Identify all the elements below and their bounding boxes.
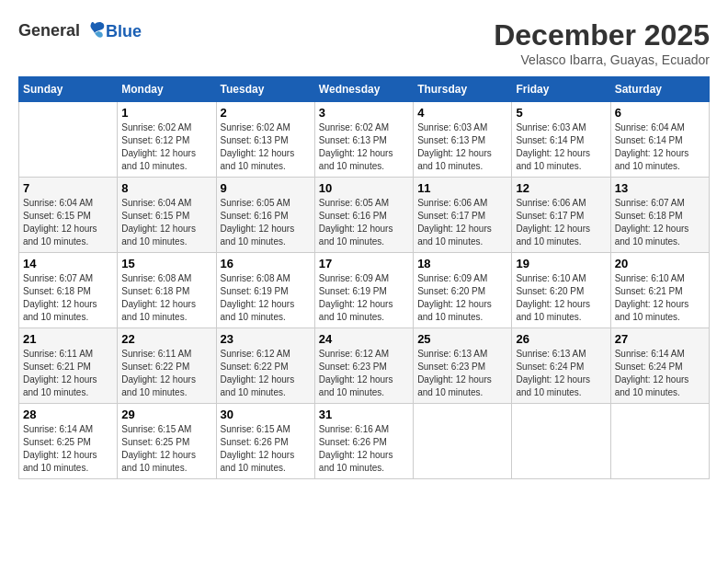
- calendar-cell: 30Sunrise: 6:15 AMSunset: 6:26 PMDayligh…: [216, 404, 314, 479]
- calendar-cell: 17Sunrise: 6:09 AMSunset: 6:19 PMDayligh…: [314, 253, 413, 328]
- day-number: 19: [516, 257, 606, 270]
- day-info: Sunrise: 6:04 AMSunset: 6:15 PMDaylight:…: [121, 197, 211, 248]
- calendar-cell: 9Sunrise: 6:05 AMSunset: 6:16 PMDaylight…: [216, 178, 314, 253]
- calendar-cell: 29Sunrise: 6:15 AMSunset: 6:25 PMDayligh…: [118, 404, 216, 479]
- day-of-week-header: Thursday: [414, 77, 512, 102]
- day-number: 26: [516, 332, 606, 346]
- calendar-cell: 20Sunrise: 6:10 AMSunset: 6:21 PMDayligh…: [610, 253, 709, 328]
- day-info: Sunrise: 6:11 AMSunset: 6:21 PMDaylight:…: [23, 348, 113, 399]
- day-info: Sunrise: 6:03 AMSunset: 6:13 PMDaylight:…: [417, 121, 507, 173]
- day-number: 13: [615, 181, 705, 195]
- day-number: 15: [121, 257, 211, 270]
- calendar-cell: 16Sunrise: 6:08 AMSunset: 6:19 PMDayligh…: [216, 253, 314, 328]
- calendar-cell: 23Sunrise: 6:12 AMSunset: 6:22 PMDayligh…: [216, 328, 314, 404]
- calendar-cell: 13Sunrise: 6:07 AMSunset: 6:18 PMDayligh…: [610, 178, 709, 253]
- day-number: 6: [615, 106, 705, 120]
- calendar-cell: 26Sunrise: 6:13 AMSunset: 6:24 PMDayligh…: [512, 328, 610, 404]
- calendar-cell: 21Sunrise: 6:11 AMSunset: 6:21 PMDayligh…: [19, 328, 118, 404]
- day-number: 7: [23, 181, 113, 195]
- day-info: Sunrise: 6:06 AMSunset: 6:17 PMDaylight:…: [417, 197, 507, 248]
- calendar-cell: 18Sunrise: 6:09 AMSunset: 6:20 PMDayligh…: [414, 253, 512, 328]
- calendar-cell: 22Sunrise: 6:11 AMSunset: 6:22 PMDayligh…: [118, 328, 216, 404]
- day-number: 18: [417, 257, 507, 270]
- calendar-cell: 1Sunrise: 6:02 AMSunset: 6:12 PMDaylight…: [118, 102, 216, 178]
- day-of-week-header: Saturday: [610, 77, 709, 102]
- calendar-cell: 19Sunrise: 6:10 AMSunset: 6:20 PMDayligh…: [512, 253, 610, 328]
- calendar-week-row: 28Sunrise: 6:14 AMSunset: 6:25 PMDayligh…: [19, 404, 710, 479]
- day-info: Sunrise: 6:10 AMSunset: 6:20 PMDaylight:…: [516, 272, 606, 324]
- day-info: Sunrise: 6:09 AMSunset: 6:19 PMDaylight:…: [319, 272, 409, 324]
- day-info: Sunrise: 6:06 AMSunset: 6:17 PMDaylight:…: [516, 197, 606, 248]
- day-info: Sunrise: 6:11 AMSunset: 6:22 PMDaylight:…: [121, 348, 211, 399]
- day-info: Sunrise: 6:02 AMSunset: 6:12 PMDaylight:…: [121, 121, 211, 173]
- day-info: Sunrise: 6:02 AMSunset: 6:13 PMDaylight:…: [221, 121, 311, 173]
- logo-general: General: [18, 21, 80, 40]
- day-of-week-header: Sunday: [19, 77, 118, 102]
- day-number: 1: [121, 106, 211, 120]
- day-number: 10: [319, 181, 409, 195]
- day-number: 27: [615, 332, 705, 346]
- day-info: Sunrise: 6:02 AMSunset: 6:13 PMDaylight:…: [319, 121, 409, 173]
- calendar-cell: 4Sunrise: 6:03 AMSunset: 6:13 PMDaylight…: [414, 102, 512, 178]
- calendar-cell: [414, 404, 512, 479]
- calendar-cell: 25Sunrise: 6:13 AMSunset: 6:23 PMDayligh…: [414, 328, 512, 404]
- calendar-week-row: 21Sunrise: 6:11 AMSunset: 6:21 PMDayligh…: [19, 328, 710, 404]
- calendar-cell: 3Sunrise: 6:02 AMSunset: 6:13 PMDaylight…: [314, 102, 413, 178]
- calendar-cell: [610, 404, 709, 479]
- calendar-cell: 8Sunrise: 6:04 AMSunset: 6:15 PMDaylight…: [118, 178, 216, 253]
- calendar-week-row: 1Sunrise: 6:02 AMSunset: 6:12 PMDaylight…: [19, 102, 710, 178]
- calendar-cell: 31Sunrise: 6:16 AMSunset: 6:26 PMDayligh…: [314, 404, 413, 479]
- calendar-cell: 12Sunrise: 6:06 AMSunset: 6:17 PMDayligh…: [512, 178, 610, 253]
- day-info: Sunrise: 6:16 AMSunset: 6:26 PMDaylight:…: [319, 423, 409, 475]
- calendar-cell: 15Sunrise: 6:08 AMSunset: 6:18 PMDayligh…: [118, 253, 216, 328]
- day-number: 9: [221, 181, 311, 195]
- day-number: 8: [121, 181, 211, 195]
- day-info: Sunrise: 6:03 AMSunset: 6:14 PMDaylight:…: [516, 121, 606, 173]
- calendar-table: SundayMondayTuesdayWednesdayThursdayFrid…: [18, 76, 710, 479]
- calendar-cell: 27Sunrise: 6:14 AMSunset: 6:24 PMDayligh…: [610, 328, 709, 404]
- day-number: 30: [221, 408, 311, 421]
- day-of-week-header: Tuesday: [216, 77, 314, 102]
- day-number: 12: [516, 181, 606, 195]
- calendar-week-row: 7Sunrise: 6:04 AMSunset: 6:15 PMDaylight…: [19, 178, 710, 253]
- calendar-cell: 11Sunrise: 6:06 AMSunset: 6:17 PMDayligh…: [414, 178, 512, 253]
- day-of-week-header: Wednesday: [314, 77, 413, 102]
- day-number: 29: [121, 408, 211, 421]
- day-number: 21: [23, 332, 113, 346]
- calendar-cell: 10Sunrise: 6:05 AMSunset: 6:16 PMDayligh…: [314, 178, 413, 253]
- day-info: Sunrise: 6:04 AMSunset: 6:14 PMDaylight:…: [615, 121, 705, 173]
- day-info: Sunrise: 6:15 AMSunset: 6:26 PMDaylight:…: [221, 423, 311, 475]
- day-number: 20: [615, 257, 705, 270]
- calendar-cell: 14Sunrise: 6:07 AMSunset: 6:18 PMDayligh…: [19, 253, 118, 328]
- day-of-week-header: Friday: [512, 77, 610, 102]
- day-of-week-header: Monday: [118, 77, 216, 102]
- calendar-cell: 24Sunrise: 6:12 AMSunset: 6:23 PMDayligh…: [314, 328, 413, 404]
- calendar-week-row: 14Sunrise: 6:07 AMSunset: 6:18 PMDayligh…: [19, 253, 710, 328]
- day-info: Sunrise: 6:07 AMSunset: 6:18 PMDaylight:…: [615, 197, 705, 248]
- day-info: Sunrise: 6:12 AMSunset: 6:23 PMDaylight:…: [319, 348, 409, 399]
- day-number: 16: [221, 257, 311, 270]
- logo: General Blue: [18, 18, 142, 44]
- calendar-cell: [19, 102, 118, 178]
- calendar-cell: 5Sunrise: 6:03 AMSunset: 6:14 PMDaylight…: [512, 102, 610, 178]
- day-number: 17: [319, 257, 409, 270]
- day-number: 2: [221, 106, 311, 120]
- day-info: Sunrise: 6:10 AMSunset: 6:21 PMDaylight:…: [615, 272, 705, 324]
- day-info: Sunrise: 6:15 AMSunset: 6:25 PMDaylight:…: [121, 423, 211, 475]
- day-info: Sunrise: 6:14 AMSunset: 6:24 PMDaylight:…: [615, 348, 705, 399]
- day-info: Sunrise: 6:13 AMSunset: 6:23 PMDaylight:…: [417, 348, 507, 399]
- day-number: 3: [319, 106, 409, 120]
- calendar-header-row: SundayMondayTuesdayWednesdayThursdayFrid…: [19, 77, 710, 102]
- title-block: December 2025 Velasco Ibarra, Guayas, Ec…: [494, 18, 710, 67]
- day-info: Sunrise: 6:08 AMSunset: 6:19 PMDaylight:…: [221, 272, 311, 324]
- day-info: Sunrise: 6:05 AMSunset: 6:16 PMDaylight:…: [319, 197, 409, 248]
- day-info: Sunrise: 6:07 AMSunset: 6:18 PMDaylight:…: [23, 272, 113, 324]
- day-number: 22: [121, 332, 211, 346]
- page-header: General Blue December 2025 Velasco Ibarr…: [18, 18, 710, 67]
- calendar-cell: 7Sunrise: 6:04 AMSunset: 6:15 PMDaylight…: [19, 178, 118, 253]
- calendar-cell: 2Sunrise: 6:02 AMSunset: 6:13 PMDaylight…: [216, 102, 314, 178]
- day-number: 5: [516, 106, 606, 120]
- day-number: 14: [23, 257, 113, 270]
- logo-blue: Blue: [106, 22, 142, 41]
- location-subtitle: Velasco Ibarra, Guayas, Ecuador: [494, 52, 710, 67]
